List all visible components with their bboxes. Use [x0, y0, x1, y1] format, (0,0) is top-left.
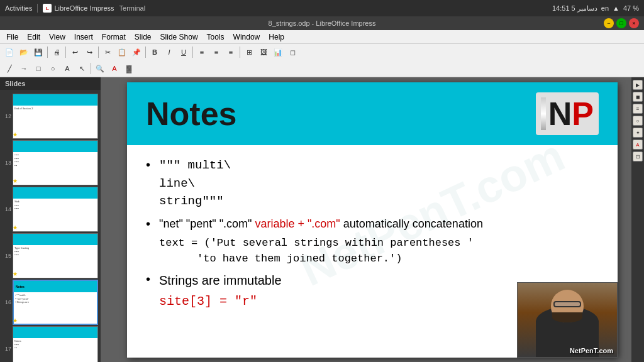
slide-num-16: 16 — [3, 299, 11, 305]
right-icon-1[interactable]: ▶ — [633, 80, 643, 90]
tb-paste[interactable]: 📌 — [130, 45, 143, 59]
slide-item-13[interactable]: 13 •••••••••••••••••• ★ — [3, 140, 98, 185]
titlebar: 8_strings.odp - LibreOffice Impress − □ … — [0, 16, 644, 30]
tb-align-right[interactable]: ≡ — [224, 45, 238, 59]
bullet-2-line2: text = ('Put several strings within pare… — [159, 235, 483, 251]
tb-rect[interactable]: □ — [31, 62, 45, 75]
b2-red: variable + ".com" — [255, 217, 340, 230]
tb-redo[interactable]: ↪ — [82, 45, 96, 59]
tb-sep-3 — [98, 47, 99, 58]
tb-insert-image[interactable]: 🖼 — [257, 45, 270, 59]
slides-panel: Slides 12 End of Section 2 ★ 13 ••••••••… — [0, 77, 101, 362]
tb-open[interactable]: 📂 — [17, 45, 31, 59]
webcam-person-head — [551, 290, 584, 322]
tb-save[interactable]: 💾 — [31, 45, 45, 59]
time-display: 14:51 5 دسامبر — [552, 4, 597, 13]
slide-num-12: 12 — [3, 113, 11, 119]
bullet-marker-3: • — [146, 272, 150, 287]
tb-sep-7 — [91, 63, 91, 74]
window-controls[interactable]: − □ × — [604, 18, 639, 28]
tb-align-center[interactable]: ≡ — [209, 45, 223, 59]
slide-wrapper[interactable]: Notes N P NetPenT.com • """ mult — [127, 82, 618, 358]
tb-underline[interactable]: U — [177, 45, 191, 59]
tb-bold[interactable]: B — [148, 45, 162, 59]
b2-normal: "net" "pent" ".com" — [159, 217, 255, 230]
app-tab[interactable]: L LibreOffice Impress — [43, 4, 114, 13]
tb-copy[interactable]: 📋 — [115, 45, 129, 59]
right-icon-6[interactable]: A — [633, 140, 643, 150]
logo: N P — [536, 92, 599, 135]
right-icon-2[interactable]: ◼ — [633, 92, 643, 102]
webcam-beard — [552, 312, 582, 322]
toolbar-row-1: 📄 📂 💾 🖨 ↩ ↪ ✂ 📋 📌 B I U ≡ ≡ ≡ ⊞ 🖼 📊 ◻ — [0, 44, 644, 60]
slide-item-14[interactable]: 14 Stck•••••••••• ★ — [3, 187, 98, 232]
slide-thumb-14[interactable]: Stck•••••••••• — [13, 187, 98, 232]
en-indicator[interactable]: en — [601, 4, 609, 12]
tb-sep-4 — [145, 47, 146, 58]
tb-fill[interactable]: ▓ — [122, 62, 136, 75]
sysbar-right: 14:51 5 دسامبر en ▲ 47 % — [552, 4, 639, 13]
webcam-overlay: NetPenT.com — [517, 282, 618, 358]
tb-sep-2 — [65, 47, 66, 58]
bullet-marker-2: • — [146, 217, 150, 231]
tb-align-left[interactable]: ≡ — [195, 45, 209, 59]
bullet-marker-1: • — [146, 158, 150, 172]
lo-icon: L — [43, 4, 52, 13]
bullet-2-line3: 'to have them joined together.') — [197, 251, 483, 267]
logo-bar — [541, 97, 546, 130]
minimize-button[interactable]: − — [604, 18, 614, 28]
menu-edit[interactable]: Edit — [23, 31, 44, 43]
menu-slide[interactable]: Slide — [131, 31, 155, 43]
slide-item-12[interactable]: 12 End of Section 2 ★ — [3, 94, 98, 139]
slide-star-15: ★ — [13, 271, 18, 277]
toolbars: 📄 📂 💾 🖨 ↩ ↪ ✂ 📋 📌 B I U ≡ ≡ ≡ ⊞ 🖼 📊 ◻ ╱ … — [0, 44, 644, 77]
terminal-label[interactable]: Terminal — [119, 4, 146, 12]
right-icon-5[interactable]: ✦ — [633, 128, 643, 138]
tb-insert-chart[interactable]: 📊 — [271, 45, 285, 59]
maximize-button[interactable]: □ — [616, 18, 626, 28]
menu-insert[interactable]: Insert — [70, 31, 97, 43]
right-icon-7[interactable]: ⊡ — [633, 151, 643, 162]
right-icon-3[interactable]: ≡ — [633, 104, 643, 114]
tb-print[interactable]: 🖨 — [50, 45, 64, 59]
slide-thumb-17[interactable]: Notes•••••••• — [13, 326, 98, 362]
slide-item-16[interactable]: 16 Notes • """multi\• "net""pent"• Strin… — [3, 280, 98, 325]
slide-star-13: ★ — [13, 178, 18, 184]
menu-window[interactable]: Window — [230, 31, 264, 43]
system-bar: Activities L LibreOffice Impress Termina… — [0, 0, 644, 16]
tb-italic[interactable]: I — [162, 45, 176, 59]
tb-text[interactable]: A — [60, 62, 74, 75]
slide-thumb-16[interactable]: Notes • """multi\• "net""pent"• Strings … — [13, 280, 98, 325]
slide-item-15[interactable]: 15 Type Casting•••••••••• ★ — [3, 233, 98, 278]
menu-tools[interactable]: Tools — [203, 31, 228, 43]
tb-sep-6 — [240, 47, 240, 58]
tb-arrow[interactable]: → — [17, 62, 31, 75]
right-icon-4[interactable]: ○ — [633, 116, 643, 126]
menu-slideshow[interactable]: Slide Show — [157, 31, 202, 43]
tb-insert-table[interactable]: ⊞ — [242, 45, 256, 59]
tb-new[interactable]: 📄 — [3, 45, 16, 59]
tb-select[interactable]: ↖ — [75, 62, 89, 75]
tb-sep-1 — [47, 47, 48, 58]
tb-shapes[interactable]: ◻ — [286, 45, 299, 59]
menu-file[interactable]: File — [3, 31, 22, 43]
tb-line[interactable]: ╱ — [3, 62, 16, 75]
close-button[interactable]: × — [629, 18, 639, 28]
bullet-1-content: """ multi\ line\ string""" — [159, 156, 231, 211]
slide-thumb-15[interactable]: Type Casting•••••••••• — [13, 233, 98, 278]
slide-thumb-13[interactable]: •••••••••••••••••• — [13, 140, 98, 185]
tb-color[interactable]: A — [108, 62, 121, 75]
toolbar-row-2: ╱ → □ ○ A ↖ 🔍 A ▓ — [0, 60, 644, 77]
menu-format[interactable]: Format — [98, 31, 130, 43]
slide-thumb-12[interactable]: End of Section 2 — [13, 94, 98, 139]
slide-star-12: ★ — [13, 131, 18, 138]
activities-button[interactable]: Activities — [5, 4, 32, 12]
tb-cut[interactable]: ✂ — [101, 45, 114, 59]
tb-ellipse[interactable]: ○ — [46, 62, 60, 75]
slide-item-17[interactable]: 17 Notes•••••••• ★ — [3, 326, 98, 362]
tb-zoom[interactable]: 🔍 — [93, 62, 107, 75]
menu-help[interactable]: Help — [265, 31, 288, 43]
window-title: 8_strings.odp - LibreOffice Impress — [269, 19, 376, 27]
menu-view[interactable]: View — [45, 31, 69, 43]
tb-undo[interactable]: ↩ — [68, 45, 82, 59]
